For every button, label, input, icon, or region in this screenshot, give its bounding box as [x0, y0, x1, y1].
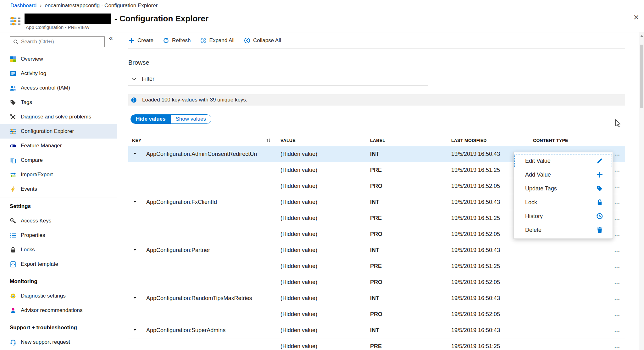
sidebar-item-access-control-iam[interactable]: Access control (IAM) — [0, 81, 117, 95]
row-expander-cell — [128, 295, 145, 302]
search-icon — [13, 39, 19, 45]
sidebar-item-activity-log[interactable]: Activity log — [0, 66, 117, 81]
expand-arrow-icon[interactable] — [133, 248, 137, 252]
row-context-menu-button[interactable]: ... — [610, 343, 625, 349]
scrollbar[interactable] — [639, 32, 644, 350]
row-value: (Hidden value) — [280, 183, 370, 189]
table-row[interactable]: AppConfiguration:Partner(Hidden value)IN… — [128, 242, 625, 258]
row-modified: 19/5/2019 16:50:43 — [451, 247, 533, 254]
column-header-value[interactable]: VALUE — [280, 138, 370, 143]
sidebar-item-label: Diagnose and solve problems — [21, 114, 91, 120]
row-label: INT — [370, 327, 451, 334]
sidebar-item-events[interactable]: Events — [0, 182, 117, 196]
context-menu-item-lock[interactable]: Lock — [514, 195, 613, 209]
sidebar-item-properties[interactable]: Properties — [0, 228, 117, 243]
context-menu-item-history[interactable]: History — [514, 209, 613, 223]
row-label: PRE — [370, 167, 451, 173]
new-support-request-icon — [10, 339, 16, 346]
context-menu-item-update-tags[interactable]: Update Tags — [514, 182, 613, 195]
history-icon — [596, 213, 603, 220]
column-header-label[interactable]: LABEL — [370, 138, 451, 143]
row-value: (Hidden value) — [280, 263, 370, 270]
sidebar-collapse-button[interactable]: « — [109, 34, 113, 42]
sidebar: « OverviewActivity logAccess control (IA… — [0, 32, 117, 350]
close-button[interactable]: × — [633, 13, 639, 22]
sidebar-item-diagnostic-settings[interactable]: Diagnostic settings — [0, 289, 117, 303]
column-header-last-modified[interactable]: LAST MODIFIED — [451, 138, 533, 143]
table-row[interactable]: AppConfiguration:SuperAdmins(Hidden valu… — [128, 322, 625, 338]
scrollbar-thumb[interactable] — [640, 45, 643, 108]
app-configuration-blade: Dashboard › encaminatestappconfig - Conf… — [0, 0, 644, 350]
row-modified: 19/5/2019 16:52:05 — [451, 279, 533, 286]
sidebar-item-overview[interactable]: Overview — [0, 52, 117, 66]
sidebar-item-locks[interactable]: Locks — [0, 243, 117, 257]
sidebar-item-feature-manager[interactable]: Feature Manager — [0, 139, 117, 153]
sidebar-item-new-support-request[interactable]: New support request — [0, 335, 117, 349]
expand-arrow-icon[interactable] — [133, 151, 137, 156]
sidebar-item-label: Overview — [21, 56, 43, 62]
collapse-all-button[interactable]: Collapse All — [244, 37, 281, 44]
row-context-menu-button[interactable]: ... — [610, 263, 625, 269]
expand-arrow-icon[interactable] — [133, 328, 137, 332]
sidebar-section-settings: Settings — [0, 199, 117, 214]
row-expander-cell — [128, 151, 145, 157]
table-row[interactable]: (Hidden value)PRO19/5/2019 16:52:05... — [128, 306, 625, 322]
sidebar-item-label: Export template — [21, 261, 58, 267]
sidebar-item-export-template[interactable]: Export template — [0, 257, 117, 271]
show-values-button[interactable]: Show values — [171, 115, 211, 123]
sidebar-item-label: Access control (IAM) — [21, 85, 70, 91]
row-context-menu-button[interactable]: ... — [610, 247, 625, 253]
sidebar-item-configuration-explorer[interactable]: Configuration Explorer — [0, 124, 117, 139]
row-context-menu-button[interactable]: ... — [610, 327, 625, 333]
context-menu: Edit ValueAdd ValueUpdate TagsLockHistor… — [514, 152, 613, 239]
sidebar-item-label: Advisor recommendations — [21, 307, 83, 314]
row-value: (Hidden value) — [280, 247, 370, 254]
table-row[interactable]: (Hidden value)PRE19/5/2019 16:51:25... — [128, 338, 625, 350]
expand-arrow-icon[interactable] — [133, 296, 137, 300]
scroll-up-icon[interactable] — [640, 35, 643, 37]
context-menu-item-edit-value[interactable]: Edit Value — [514, 154, 613, 168]
row-modified: 19/5/2019 16:51:25 — [451, 263, 533, 270]
sidebar-item-diagnose-and-solve-problems[interactable]: Diagnose and solve problems — [0, 110, 117, 124]
expand-all-button[interactable]: Expand All — [200, 37, 235, 44]
access-control-icon — [10, 85, 16, 91]
refresh-button[interactable]: Refresh — [163, 37, 191, 44]
row-expander-cell — [128, 199, 145, 205]
edit-icon — [596, 157, 603, 164]
row-context-menu-button[interactable]: ... — [610, 311, 625, 317]
create-button[interactable]: Create — [128, 37, 153, 44]
sidebar-item-tags[interactable]: Tags — [0, 95, 117, 110]
row-context-menu-button[interactable]: ... — [610, 295, 625, 301]
sidebar-item-access-keys[interactable]: Access Keys — [0, 214, 117, 228]
expand-arrow-icon[interactable] — [133, 200, 137, 204]
context-menu-item-delete[interactable]: Delete — [514, 223, 613, 237]
row-context-menu-button[interactable]: ... — [610, 279, 625, 285]
browse-title: Browse — [128, 59, 625, 66]
collapse-all-label: Collapse All — [253, 37, 281, 44]
sidebar-item-label: Configuration Explorer — [21, 128, 74, 134]
table-row[interactable]: (Hidden value)PRO19/5/2019 16:52:05... — [128, 274, 625, 290]
locks-icon — [10, 247, 16, 253]
table-row[interactable]: (Hidden value)PRE19/5/2019 16:51:25... — [128, 258, 625, 274]
hide-values-button[interactable]: Hide values — [131, 115, 171, 123]
context-menu-item-add-value[interactable]: Add Value — [514, 168, 613, 182]
row-expander-cell — [128, 247, 145, 254]
column-header-content-type[interactable]: CONTENT TYPE — [533, 138, 610, 143]
breadcrumb-dashboard-link[interactable]: Dashboard — [10, 3, 36, 9]
filter-expander[interactable]: Filter — [128, 73, 428, 86]
table-row[interactable]: AppConfiguration:RandomTipsMaxRetries(Hi… — [128, 290, 625, 306]
sidebar-item-advisor-recommendations[interactable]: Advisor recommendations — [0, 303, 117, 318]
context-menu-item-label: Delete — [525, 227, 541, 233]
sidebar-item-label: Tags — [21, 99, 32, 106]
row-key: AppConfiguration:FxClientId — [145, 199, 280, 205]
row-value: (Hidden value) — [280, 343, 370, 350]
sidebar-section-monitoring: Monitoring — [0, 274, 117, 289]
export-template-icon — [10, 261, 16, 268]
row-value: (Hidden value) — [280, 215, 370, 221]
update-tags-icon — [596, 185, 603, 192]
sidebar-item-compare[interactable]: Compare — [0, 153, 117, 167]
column-header-key[interactable]: KEY — [128, 138, 280, 143]
plus-icon — [128, 37, 135, 44]
search-input[interactable] — [21, 39, 102, 45]
sidebar-item-import-export[interactable]: Import/Export — [0, 167, 117, 182]
